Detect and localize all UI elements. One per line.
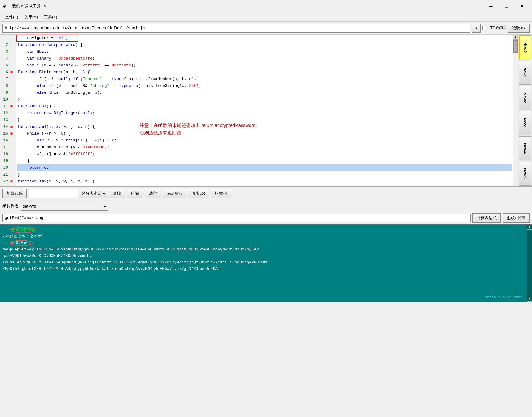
code-line-16: var v = x * this[i++] + w[j] + c;	[17, 137, 512, 144]
gutter-line-15: 15 ■	[0, 130, 16, 137]
find-button[interactable]: 查找	[109, 189, 125, 198]
gutter-line-8: 8	[0, 83, 16, 89]
gutter-line-21: 21	[0, 171, 16, 178]
code-line-18: w[j++] = v & 0x3fffffff;	[17, 151, 512, 158]
new4-button[interactable]: New4	[519, 136, 531, 160]
line-gutter: 1 2 □ 3 4	[0, 35, 16, 186]
urlbar: ▼ UTF-8解码 读取JS	[0, 22, 532, 35]
code-line-20: return c;	[17, 164, 512, 171]
menubar: 文件(F) 关于(A) 工具(T)	[0, 12, 532, 22]
menu-tools[interactable]: 工具(T)	[41, 14, 60, 20]
titlebar: ⚙ 发条JS调试工具1.9 ─ □ ✕	[0, 0, 532, 12]
output-scrollbar[interactable]: ▲ ▼	[527, 225, 532, 302]
code-line-15: while (--n >= 0) {	[17, 130, 512, 137]
code-editor[interactable]: 1 2 □ 3 4	[0, 35, 513, 186]
code-line-7: if (a != null) if ("number" == typeof a)…	[17, 76, 512, 83]
editor-scrollbar[interactable]: ▲	[513, 35, 518, 186]
maximize-button[interactable]: □	[499, 2, 513, 11]
result-badge: 计算结果：	[10, 240, 33, 246]
new3-button[interactable]: New3	[519, 111, 531, 135]
expression-input[interactable]	[2, 214, 471, 222]
search-input[interactable]	[29, 189, 78, 198]
gutter-line-2: 2 □	[0, 42, 16, 48]
function-list-select[interactable]: getPwd	[21, 202, 108, 211]
function-list-label: 函数列表	[2, 204, 19, 209]
minimize-button[interactable]: ─	[484, 2, 498, 11]
gutter-line-12: 12	[0, 110, 16, 117]
code-line-12: return new BigInteger(null);	[17, 110, 512, 117]
gutter-line-5: 5	[0, 62, 16, 69]
main-window: ⚙ 发条JS调试工具1.9 ─ □ ✕ 文件(F) 关于(A) 工具(T) ▼ …	[0, 0, 532, 417]
compress-button[interactable]: 压缩	[127, 189, 143, 198]
code-line-8: else if (b == null && "string" != typeof…	[17, 83, 512, 89]
new2-button[interactable]: New2	[519, 86, 531, 110]
code-line-13: }	[17, 117, 512, 123]
code-line-9: else this.fromString(a, b);	[17, 89, 512, 96]
right-panel: New0 New1 New2 New3 New4 New5	[518, 35, 532, 186]
gutter-line-18: 18	[0, 151, 16, 158]
gutter-line-16: 16	[0, 137, 16, 144]
new1-button[interactable]: New1	[519, 61, 531, 84]
code-line-19: }	[17, 158, 512, 164]
code-line-10: }	[17, 96, 512, 103]
code-line-1: navigator = this;	[17, 35, 512, 42]
app-icon: ⚙	[3, 3, 9, 9]
gen-e-code-button[interactable]: 生成E代码	[503, 213, 530, 223]
scroll-up-arrow[interactable]: ▲	[513, 35, 518, 40]
read-js-button[interactable]: 读取JS	[508, 24, 530, 33]
eval-decrypt-button[interactable]: eval解密	[163, 189, 186, 198]
copy-js-button[interactable]: 复制JS	[188, 189, 209, 198]
app-title: 发条JS调试工具1.9	[12, 3, 484, 9]
new0-button[interactable]: New0	[519, 35, 531, 59]
gutter-line-22: 22 ■	[0, 178, 16, 185]
gutter-line-17: 17	[0, 144, 16, 151]
gutter-line-3: 3	[0, 48, 16, 55]
code-line-17: c = Math.floor(v / 0x4000000);	[17, 144, 512, 151]
gutter-line-6: 6 ■	[0, 69, 16, 76]
utf8-checkbox[interactable]	[482, 26, 486, 30]
output-line-3: -- 计算结果：	[2, 240, 525, 247]
new5-button[interactable]: New5	[519, 162, 531, 186]
url-input[interactable]	[2, 24, 470, 33]
menu-about[interactable]: 关于(A)	[21, 14, 41, 20]
calc-expression-button[interactable]: 计算表达式	[472, 213, 501, 223]
clear-button[interactable]: 清空	[145, 189, 161, 198]
gutter-line-14: 14 ■	[0, 123, 16, 130]
output-line-6: +oE9ilAq73q08UumPJXwJL648gO0PR0QRxLs1jIO…	[2, 259, 525, 266]
output-area: -- 代码加载成功 -->返回类型：文本型 -- 计算结果： d48pLApGL…	[0, 225, 527, 302]
function-row: 函数列表 getPwd	[0, 200, 532, 212]
output-scroll-down[interactable]: ▼	[527, 297, 532, 302]
output-line-1: -- 代码加载成功	[2, 227, 525, 234]
output-scroll-up[interactable]: ▲	[527, 225, 532, 230]
gutter-line-11: 11 ■	[0, 103, 16, 110]
code-line-23: var xl = x & 0x7fff,	[17, 185, 512, 186]
output-line-5: gZsyVD9l7wozWuoKfCkQCMaM77XKs0svwmIUc	[2, 253, 525, 259]
code-line-11: function nbi() {	[17, 103, 512, 110]
code-line-2: function getPwd(password) {	[17, 42, 512, 48]
gutter-line-4: 4	[0, 55, 16, 62]
code-line-14: function am1(i, x, w, j, c, n) {	[17, 123, 512, 130]
code-lines: 1 2 □ 3 4	[0, 35, 513, 186]
code-line-21: }	[17, 171, 512, 178]
close-button[interactable]: ✕	[515, 2, 529, 11]
output-line-2: -->返回类型：文本型	[2, 234, 525, 240]
menu-file[interactable]: 文件(F)	[2, 14, 21, 20]
load-code-button[interactable]: 加载代码	[2, 189, 27, 198]
format-button[interactable]: 格式化	[211, 189, 231, 198]
case-sensitive-select[interactable]: 区分大小写	[80, 189, 107, 198]
url-dropdown-button[interactable]: ▼	[472, 24, 481, 33]
code-line-5: var j_lm = ((canary & 0xffffff) == 0xefc…	[17, 62, 512, 69]
gutter-line-9: 9	[0, 89, 16, 96]
expression-row: 计算表达式 生成E代码	[0, 212, 532, 224]
gutter-line-7: 7	[0, 76, 16, 83]
watermark: https://blog.csdn	[485, 295, 523, 300]
scroll-thumb[interactable]	[513, 40, 518, 53]
output-line-4: d48pLApGLfW4ylzNBIPbyLKUhXpu0D1qQVpv308J…	[2, 246, 525, 253]
utf8-checkbox-label: UTF-8解码	[482, 25, 506, 31]
editor-area: 1 2 □ 3 4	[0, 35, 532, 187]
code-content[interactable]: navigator = this; function getPwd(passwo…	[16, 35, 513, 186]
success-badge: 代码加载成功	[10, 227, 37, 233]
gutter-line-20: 20	[0, 164, 16, 171]
bottom-toolbar: 加载代码 区分大小写 查找 压缩 清空 eval解密 复制JS 格式化	[0, 187, 532, 200]
window-controls: ─ □ ✕	[484, 2, 529, 11]
